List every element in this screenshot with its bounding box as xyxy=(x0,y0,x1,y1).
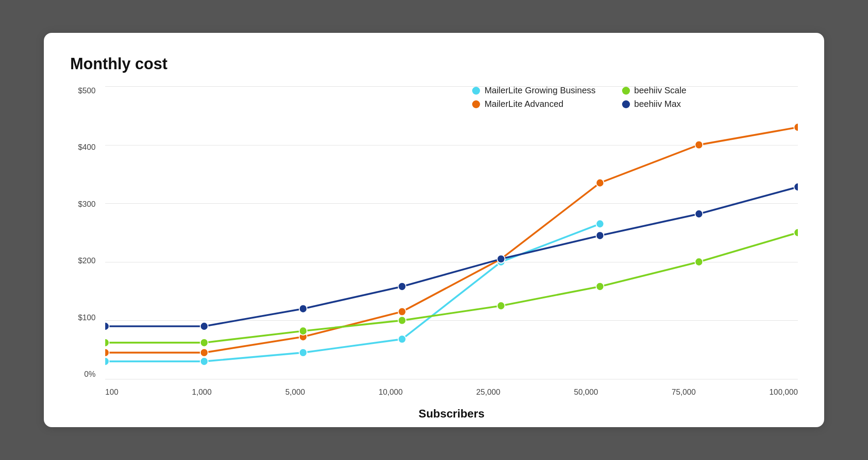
y-label: $100 xyxy=(78,313,96,322)
x-axis-title: Subscribers xyxy=(105,407,798,421)
chart-dot-beehiiv_max xyxy=(695,210,703,218)
x-label: 10,000 xyxy=(378,388,402,397)
y-label: 0% xyxy=(84,370,96,379)
x-label: 1,000 xyxy=(192,388,212,397)
chart-dot-mailerlite_growing xyxy=(200,357,208,365)
chart-dot-beehiiv_scale xyxy=(398,316,406,324)
chart-dot-beehiiv_scale xyxy=(497,302,505,310)
chart-line-beehiiv_max xyxy=(105,187,798,326)
chart-svg xyxy=(105,86,798,379)
chart-dot-mailerlite_advanced xyxy=(105,349,109,357)
x-label: 5,000 xyxy=(285,388,305,397)
chart-dot-beehiiv_max xyxy=(497,255,505,263)
chart-dot-beehiiv_scale xyxy=(596,283,604,290)
x-label: 25,000 xyxy=(476,388,500,397)
chart-card: Monthly cost MailerLite Growing Business… xyxy=(44,33,824,427)
y-label: $500 xyxy=(78,86,96,96)
chart-dot-mailerlite_advanced xyxy=(794,123,798,131)
chart-container: $500$400$300$200$1000% 1001,0005,00010,0… xyxy=(70,86,798,401)
x-label: 100,000 xyxy=(769,388,798,397)
chart-dot-mailerlite_advanced xyxy=(695,141,703,149)
chart-dot-beehiiv_max xyxy=(105,322,109,330)
chart-dot-mailerlite_advanced xyxy=(596,179,604,187)
chart-dot-beehiiv_max xyxy=(596,231,604,239)
chart-dot-beehiiv_max xyxy=(200,322,208,330)
chart-dot-beehiiv_scale xyxy=(299,327,307,335)
chart-dot-mailerlite_advanced xyxy=(200,349,208,357)
x-label: 100 xyxy=(105,388,118,397)
x-label: 75,000 xyxy=(672,388,696,397)
chart-dot-beehiiv_scale xyxy=(794,229,798,237)
grid-area xyxy=(105,86,798,379)
y-label: $200 xyxy=(78,256,96,265)
chart-dot-mailerlite_growing xyxy=(596,220,604,228)
chart-dot-mailerlite_advanced xyxy=(398,308,406,315)
grid-line xyxy=(105,379,798,379)
chart-dot-beehiiv_max xyxy=(299,304,307,312)
chart-line-mailerlite_growing xyxy=(105,224,600,361)
x-label: 50,000 xyxy=(574,388,598,397)
chart-dot-mailerlite_growing xyxy=(299,349,307,357)
y-axis-labels: $500$400$300$200$1000% xyxy=(70,86,101,379)
chart-dot-mailerlite_growing xyxy=(398,335,406,343)
chart-area: $500$400$300$200$1000% 1001,0005,00010,0… xyxy=(70,86,798,401)
chart-dot-beehiiv_max xyxy=(398,283,406,290)
chart-line-mailerlite_advanced xyxy=(105,127,798,353)
chart-title: Monthly cost xyxy=(70,55,167,73)
chart-dot-beehiiv_scale xyxy=(695,258,703,266)
chart-header: Monthly cost MailerLite Growing Business… xyxy=(70,55,798,78)
y-label: $400 xyxy=(78,143,96,152)
y-label: $300 xyxy=(78,200,96,209)
chart-dot-mailerlite_growing xyxy=(105,357,109,365)
chart-dot-beehiiv_scale xyxy=(105,339,109,347)
chart-dot-beehiiv_max xyxy=(794,183,798,191)
chart-dot-beehiiv_scale xyxy=(200,339,208,347)
x-axis-labels: 1001,0005,00010,00025,00050,00075,000100… xyxy=(105,383,798,401)
